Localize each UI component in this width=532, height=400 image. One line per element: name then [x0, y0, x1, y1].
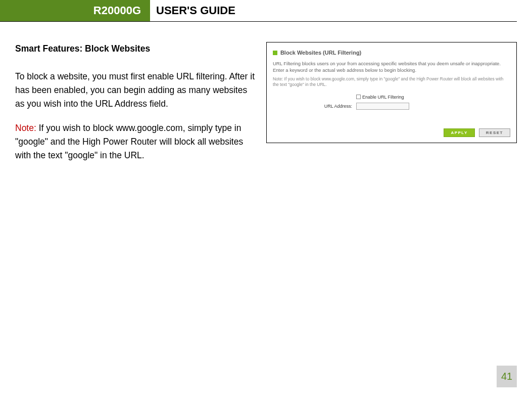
- paragraph-note: Note: If you wish to block www.google.co…: [15, 121, 257, 162]
- header-bar: R20000G USER'S GUIDE: [0, 0, 517, 22]
- panel-title-row: Block Websites (URL Filtering): [273, 50, 510, 56]
- section-title: Smart Features: Block Websites: [15, 42, 257, 56]
- panel-description: URL Filtering blocks users on your from …: [273, 61, 510, 74]
- url-row: URL Address:: [273, 103, 510, 110]
- enable-row: Enable URL Filtering: [273, 95, 510, 100]
- enable-checkbox[interactable]: [356, 95, 361, 99]
- text-column: Smart Features: Block Websites To block …: [15, 42, 257, 172]
- panel-note: Note: If you wish to block www.google.co…: [273, 76, 510, 87]
- model-badge: R20000G: [0, 0, 150, 21]
- reset-button[interactable]: RESET: [479, 128, 510, 137]
- url-label: URL Address:: [273, 104, 356, 109]
- page-number: 41: [497, 366, 517, 387]
- content-area: Smart Features: Block Websites To block …: [0, 22, 532, 172]
- paragraph-1: To block a website, you must first enabl…: [15, 70, 257, 111]
- url-address-input[interactable]: [356, 103, 409, 110]
- embedded-screenshot: Block Websites (URL Filtering) URL Filte…: [266, 42, 517, 143]
- note-text: If you wish to block www.google.com, sim…: [15, 123, 243, 160]
- guide-title: USER'S GUIDE: [150, 4, 235, 17]
- bullet-icon: [273, 51, 277, 55]
- button-row: APPLY RESET: [444, 128, 510, 137]
- apply-button[interactable]: APPLY: [444, 128, 474, 137]
- note-label: Note:: [15, 123, 36, 133]
- panel-title: Block Websites (URL Filtering): [280, 50, 361, 56]
- enable-label: Enable URL Filtering: [362, 95, 404, 100]
